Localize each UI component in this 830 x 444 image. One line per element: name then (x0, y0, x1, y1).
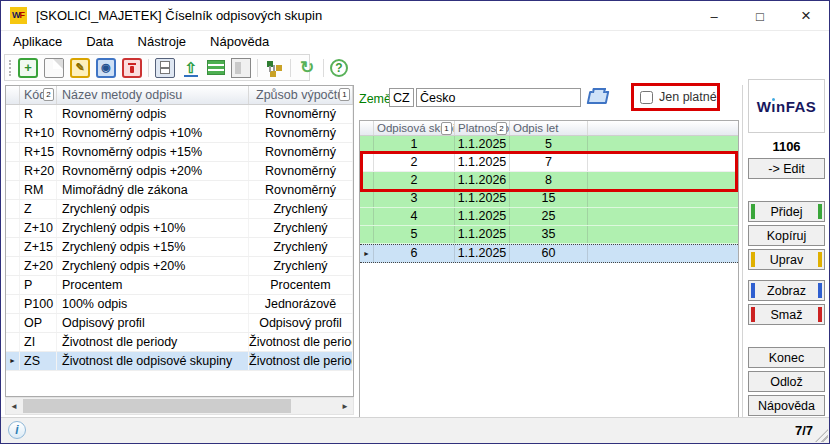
add-icon[interactable]: + (18, 58, 38, 78)
cell-kod: R+15 (20, 143, 57, 161)
scrollbar-thumb[interactable] (23, 399, 291, 413)
table-row[interactable]: Z+15Zrychlený odpis +15%Zrychlený (6, 238, 353, 257)
menu-napoveda[interactable]: Nápověda (198, 32, 281, 53)
groups-table-header: Odpisová skupina1 Platnost od2 Odpis let (360, 121, 738, 136)
cell-odpis-let: 25 (510, 208, 588, 225)
table-row[interactable]: Z+20Zrychlený odpis +20%Zrychlený (6, 257, 353, 276)
kopiruj-button[interactable]: Kopíruj (748, 225, 825, 246)
tree-icon[interactable] (264, 58, 284, 78)
export-icon[interactable]: ⇧ (181, 58, 201, 78)
record-counter: 7/7 (795, 423, 813, 438)
close-button[interactable]: × (783, 1, 829, 31)
zobraz-button[interactable]: Zobraz (748, 280, 825, 301)
delete-icon[interactable] (122, 58, 142, 78)
print-icon[interactable] (155, 58, 175, 78)
table-row[interactable]: PProcentemProcentem (6, 276, 353, 295)
row-marker (6, 295, 20, 313)
column-header-skupina[interactable]: Odpisová skupina1 (374, 121, 455, 135)
table-row[interactable]: 21.1.20257 (360, 154, 738, 172)
table-row[interactable]: 31.1.202515 (360, 190, 738, 208)
column-header-nazev[interactable]: Název metody odpisu (57, 86, 249, 104)
napoveda-button[interactable]: Nápověda (748, 395, 825, 416)
pridej-button[interactable]: Přidej (748, 201, 825, 222)
selected-row-marker-icon: ► (6, 352, 20, 370)
cell-kod: Z+15 (20, 238, 57, 256)
header-filler (588, 121, 738, 135)
smaz-button[interactable]: Smaž (748, 304, 825, 325)
konec-button[interactable]: Konec (748, 347, 825, 368)
edit-icon[interactable]: ✎ (70, 58, 90, 78)
table-row[interactable]: R+20Rovnoměrný odpis +20%Rovnoměrný (6, 162, 353, 181)
cell-filler (588, 190, 738, 207)
cell-zpusob: Životnost dle period (249, 333, 353, 351)
table-row[interactable]: RRovnoměrný odpisRovnoměrný (6, 105, 353, 124)
app-icon: WF (10, 7, 27, 24)
minimize-button[interactable]: – (691, 1, 737, 31)
menu-nastroje[interactable]: Nástroje (126, 32, 198, 53)
table-row[interactable]: RMMimořádný dle zákonaRovnoměrný (6, 181, 353, 200)
cell-platnost: 1.1.2025 (455, 245, 510, 262)
table-row[interactable]: P100100% odpisJednorázově (6, 295, 353, 314)
table-row[interactable]: ZIŽivotnost dle periodyŽivotnost dle per… (6, 333, 353, 352)
cell-odpis-let: 35 (510, 226, 588, 243)
cell-kod: Z (20, 200, 57, 218)
table-row[interactable]: OPOdpisový profilOdpisový profil (6, 314, 353, 333)
table-row-selected[interactable]: ►61.1.202560 (360, 244, 738, 263)
resize-grip[interactable] (815, 429, 828, 442)
maximize-button[interactable]: □ (737, 1, 783, 31)
cell-kod: Z+20 (20, 257, 57, 275)
cell-zpusob: Procentem (249, 276, 353, 294)
refresh-icon[interactable]: ↻ (297, 58, 317, 78)
row-marker (6, 105, 20, 123)
row-marker (360, 154, 374, 171)
toolbar-grip[interactable] (9, 60, 11, 76)
country-name-field[interactable] (416, 88, 581, 107)
horizontal-scrollbar[interactable]: ◄ ► (5, 397, 354, 415)
table-row[interactable]: R+10Rovnoměrný odpis +10%Rovnoměrný (6, 124, 353, 143)
cell-filler (588, 136, 738, 153)
columns-icon[interactable] (231, 58, 251, 78)
table-row[interactable]: 21.1.20268 (360, 172, 738, 190)
uprav-button[interactable]: Uprav (748, 249, 825, 270)
cell-odpis-let: 5 (510, 136, 588, 153)
list-icon[interactable] (207, 60, 225, 75)
row-marker (6, 219, 20, 237)
table-row[interactable]: Z+10Zrychlený odpis +10%Zrychlený (6, 219, 353, 238)
row-marker (360, 172, 374, 189)
country-code-field[interactable] (389, 88, 414, 107)
column-header-zpusob[interactable]: Způsob výpočtu1 (249, 86, 353, 104)
table-row[interactable]: 41.1.202525 (360, 208, 738, 226)
column-header-kod[interactable]: Kód2 (20, 86, 57, 104)
menu-data[interactable]: Data (74, 32, 125, 53)
cell-kod: RM (20, 181, 57, 199)
cell-nazev: Zrychlený odpis +15% (57, 238, 249, 256)
cell-skupina: 2 (374, 154, 455, 171)
scroll-left-icon[interactable]: ◄ (6, 398, 22, 414)
row-marker (6, 124, 20, 142)
row-marker (6, 162, 20, 180)
cell-zpusob: Zrychlený (249, 257, 353, 275)
table-row[interactable]: 51.1.202535 (360, 226, 738, 244)
toolbar: + ✎ ◉ ⇧ ↻ ? (4, 54, 310, 81)
view-icon[interactable]: ◉ (96, 58, 116, 78)
jen-platne-checkbox[interactable] (640, 91, 653, 104)
table-row[interactable]: R+15Rovnoměrný odpis +15%Rovnoměrný (6, 143, 353, 162)
column-header-odpis-let[interactable]: Odpis let (510, 121, 588, 135)
column-header-platnost[interactable]: Platnost od2 (455, 121, 510, 135)
menu-aplikace[interactable]: Aplikace (1, 32, 74, 53)
copy-icon[interactable] (44, 58, 64, 78)
scroll-right-icon[interactable]: ► (337, 398, 353, 414)
row-marker (360, 226, 374, 243)
edit-button[interactable]: -> Edit (748, 158, 825, 179)
cell-skupina: 3 (374, 190, 455, 207)
folder-lookup-icon[interactable] (587, 91, 610, 104)
cell-odpis-let: 60 (510, 245, 588, 262)
cell-platnost: 1.1.2025 (455, 208, 510, 225)
logo-letter: W (757, 98, 772, 115)
table-row[interactable]: 11.1.20255 (360, 136, 738, 154)
table-row[interactable]: ZZrychlený odpisZrychlený (6, 200, 353, 219)
odloz-button[interactable]: Odlož (748, 371, 825, 392)
help-icon[interactable]: ? (330, 59, 348, 77)
table-row-selected[interactable]: ►ZSŽivotnost dle odpisové skupinyŽivotno… (6, 352, 353, 371)
row-marker (6, 276, 20, 294)
